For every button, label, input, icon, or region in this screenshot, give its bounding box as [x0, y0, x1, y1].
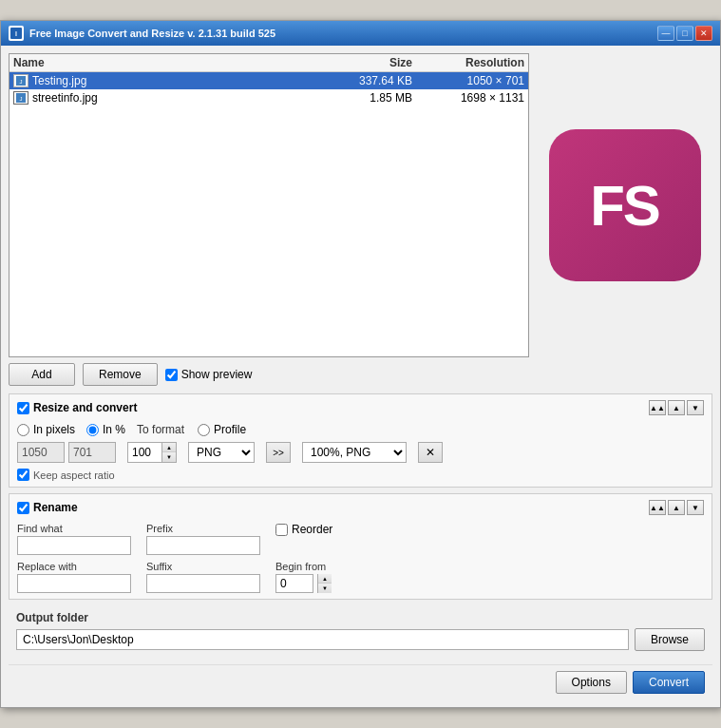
file-list-header: Name Size Resolution: [9, 54, 528, 72]
reorder-group: Reorder: [275, 523, 332, 555]
close-button[interactable]: ✕: [695, 26, 712, 41]
rename-section-title: Rename: [17, 501, 78, 514]
rename-title-text: Rename: [33, 501, 78, 514]
format-select[interactable]: PNG JPG BMP GIF TIFF: [188, 442, 255, 463]
profile-radio-label[interactable]: Profile: [198, 423, 246, 436]
rename-fields-row: Find what Prefix Reorder: [17, 523, 704, 555]
title-bar: I Free Image Convert and Resize v. 2.1.3…: [1, 21, 720, 46]
svg-text:I: I: [15, 30, 17, 37]
clear-profile-button[interactable]: ✕: [418, 442, 443, 463]
begin-from-group: Begin from ▲ ▼: [275, 561, 332, 593]
keep-aspect-text: Keep aspect ratio: [33, 469, 115, 481]
percent-input[interactable]: [128, 444, 161, 461]
output-label: Output folder: [16, 611, 705, 624]
window-title: Free Image Convert and Resize v. 2.1.31 …: [29, 28, 275, 39]
file-row[interactable]: J streetinfo.jpg 1.85 MB 1698 × 1131: [9, 89, 528, 106]
show-preview-text: Show preview: [181, 368, 253, 381]
resize-down-button[interactable]: ▼: [687, 400, 704, 415]
percent-input-group: ▲ ▼: [127, 442, 177, 463]
suffix-group: Suffix: [146, 561, 260, 593]
show-preview-checkbox[interactable]: [165, 369, 178, 381]
pixels-radio-text: In pixels: [33, 423, 75, 436]
main-window: I Free Image Convert and Resize v. 2.1.3…: [0, 20, 721, 708]
options-button[interactable]: Options: [556, 671, 627, 694]
prefix-label: Prefix: [146, 523, 260, 534]
svg-text:J: J: [20, 79, 23, 85]
resize-section: Resize and convert ▲▲ ▲ ▼ In pixels In %: [9, 393, 712, 488]
show-preview-label[interactable]: Show preview: [165, 368, 253, 381]
rename-enabled-checkbox[interactable]: [17, 502, 29, 514]
title-bar-left: I Free Image Convert and Resize v. 2.1.3…: [9, 26, 275, 41]
replace-with-label: Replace with: [17, 561, 131, 572]
find-what-label: Find what: [17, 523, 131, 534]
percent-spinbox: ▲ ▼: [161, 443, 176, 462]
remove-button[interactable]: Remove: [83, 363, 158, 386]
logo-text: FS: [590, 173, 659, 239]
percent-radio[interactable]: [86, 424, 99, 436]
reorder-label[interactable]: Reorder: [275, 523, 332, 536]
profile-select[interactable]: 100%, PNG 75%, JPG 50%, JPG: [302, 442, 407, 463]
begin-from-spin-buttons: ▲ ▼: [317, 574, 332, 593]
output-path-input[interactable]: C:\Users\Jon\Desktop: [16, 629, 629, 650]
find-what-input[interactable]: [17, 536, 131, 555]
resize-mode-row: In pixels In % To format Profile: [17, 423, 704, 436]
suffix-input[interactable]: [146, 574, 260, 593]
browse-button[interactable]: Browse: [635, 628, 705, 651]
percent-radio-label[interactable]: In %: [86, 423, 125, 436]
suffix-label: Suffix: [146, 561, 260, 572]
begin-from-up-button[interactable]: ▲: [318, 574, 332, 584]
convert-button[interactable]: Convert: [633, 671, 705, 694]
resize-section-title: Resize and convert: [17, 401, 137, 414]
pixels-radio-label[interactable]: In pixels: [17, 423, 75, 436]
rename-up-button[interactable]: ▲: [668, 500, 685, 515]
file-icon: J: [13, 91, 28, 105]
width-input[interactable]: 1050: [17, 442, 65, 463]
begin-from-spinbox: ▲ ▼: [275, 574, 332, 593]
file-icon: J: [13, 74, 28, 87]
keep-aspect-checkbox[interactable]: [17, 469, 29, 481]
file-row[interactable]: J Testing.jpg 337.64 KB 1050 × 701: [9, 72, 528, 89]
begin-from-input[interactable]: [275, 574, 313, 593]
col-name-header: Name: [13, 56, 334, 69]
resize-section-header: Resize and convert ▲▲ ▲ ▼: [17, 400, 704, 415]
resize-enabled-checkbox[interactable]: [17, 402, 29, 414]
maximize-button[interactable]: □: [676, 26, 693, 41]
rename-top-button[interactable]: ▲▲: [649, 500, 666, 515]
bottom-row: Options Convert: [9, 664, 712, 699]
pixels-radio[interactable]: [17, 424, 29, 436]
pixel-inputs: 1050 701: [17, 442, 116, 463]
height-input[interactable]: 701: [68, 442, 116, 463]
prefix-input[interactable]: [146, 536, 260, 555]
profile-radio[interactable]: [198, 424, 210, 436]
resize-up-button[interactable]: ▲: [668, 400, 685, 415]
output-section: Output folder C:\Users\Jon\Desktop Brows…: [9, 605, 712, 657]
file-size: 337.64 KB: [334, 74, 420, 87]
main-area: Name Size Resolution J Testing.jpg 337.6…: [9, 53, 712, 357]
rename-down-button[interactable]: ▼: [687, 500, 704, 515]
percent-down-button[interactable]: ▼: [162, 452, 176, 462]
format-group: To format: [137, 423, 186, 436]
resize-input-row: 1050 701 ▲ ▼ PNG JPG BMP GIF TIFF: [17, 442, 704, 463]
file-name: Testing.jpg: [32, 74, 334, 87]
minimize-button[interactable]: —: [657, 26, 674, 41]
reorder-checkbox[interactable]: [275, 524, 288, 536]
replace-with-group: Replace with: [17, 561, 131, 593]
apply-format-button[interactable]: >>: [266, 442, 291, 463]
resize-top-button[interactable]: ▲▲: [649, 400, 666, 415]
begin-from-down-button[interactable]: ▼: [318, 584, 332, 593]
keep-aspect-row: Keep aspect ratio: [17, 469, 704, 481]
app-icon: I: [9, 26, 24, 41]
app-logo: FS: [549, 129, 701, 281]
format-label-text: To format: [137, 423, 184, 436]
col-resolution-header: Resolution: [420, 56, 524, 69]
rename-section: Rename ▲▲ ▲ ▼ Find what Prefix: [9, 493, 712, 600]
percent-up-button[interactable]: ▲: [162, 443, 176, 452]
rename-section-header: Rename ▲▲ ▲ ▼: [17, 500, 704, 515]
find-what-group: Find what: [17, 523, 131, 555]
profile-radio-text: Profile: [214, 423, 246, 436]
file-list-container: Name Size Resolution J Testing.jpg 337.6…: [9, 53, 529, 357]
add-button[interactable]: Add: [9, 363, 75, 386]
replace-with-input[interactable]: [17, 574, 131, 593]
resize-section-controls: ▲▲ ▲ ▼: [649, 400, 704, 415]
file-resolution: 1698 × 1131: [420, 91, 524, 105]
